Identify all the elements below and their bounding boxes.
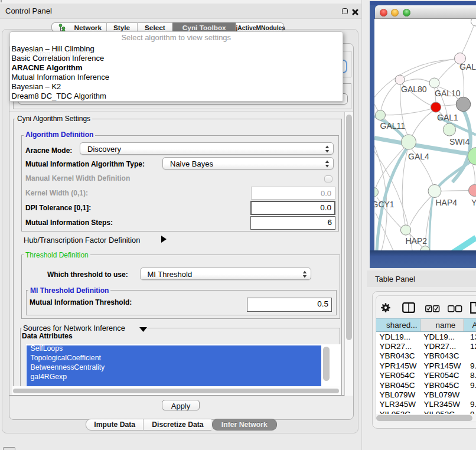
svg-text:GAL4: GAL4 — [408, 151, 429, 161]
svg-text:GAL2: GAL2 — [459, 61, 476, 71]
svg-text:GCY1: GCY1 — [374, 199, 395, 208]
svg-text:HAP4: HAP4 — [436, 198, 458, 207]
svg-text:GAL10: GAL10 — [435, 89, 461, 98]
svg-text:SWI4: SWI4 — [449, 137, 470, 146]
svg-text:HAP2: HAP2 — [406, 236, 428, 245]
svg-text:GAL80: GAL80 — [401, 84, 427, 93]
svg-text:YEL: YEL — [471, 198, 476, 207]
svg-text:GAL1: GAL1 — [437, 112, 458, 122]
svg-text:GAL11: GAL11 — [380, 120, 406, 130]
